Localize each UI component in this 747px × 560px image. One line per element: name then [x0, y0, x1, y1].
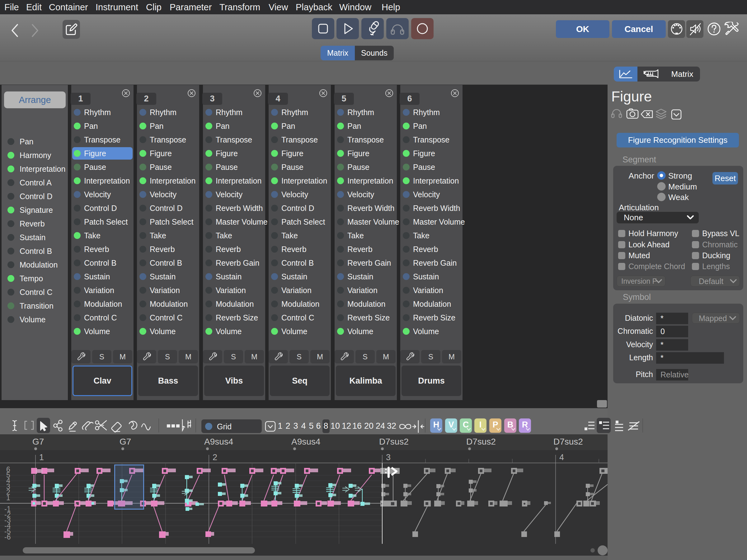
svg-text:2: 2	[212, 453, 217, 462]
svg-text:-6: -6	[4, 533, 10, 541]
svg-text:3: 3	[386, 453, 391, 462]
svg-text:4: 4	[559, 453, 564, 462]
svg-text:6: 6	[6, 465, 10, 474]
svg-text:1: 1	[39, 453, 44, 462]
